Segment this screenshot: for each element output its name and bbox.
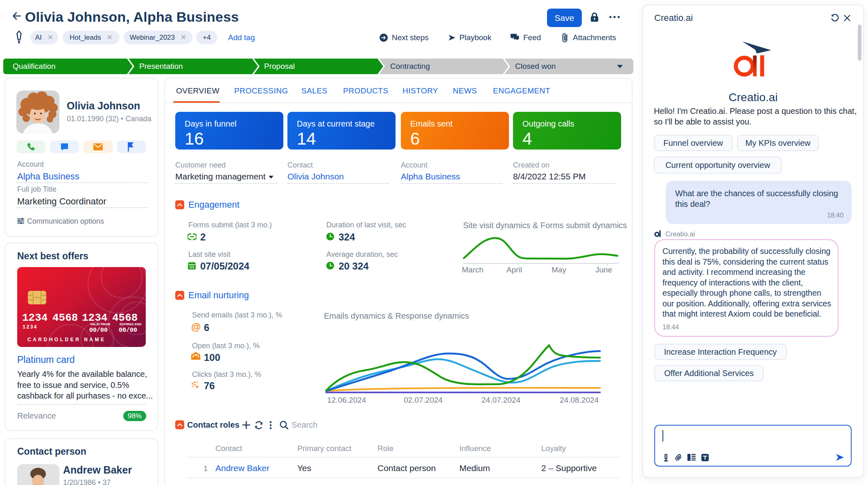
svg-text:00/00: 00/00 [119,327,137,334]
svg-text:4568: 4568 [52,312,78,324]
svg-text:1234: 1234 [22,312,47,324]
svg-text:1234: 1234 [23,324,38,330]
svg-text:VALID FROM: VALID FROM [90,322,111,326]
svg-text:EXPIRES END: EXPIRES END [120,322,142,326]
svg-text:00/00: 00/00 [89,327,108,334]
svg-text:CARDHOLDER NAME: CARDHOLDER NAME [27,337,106,342]
